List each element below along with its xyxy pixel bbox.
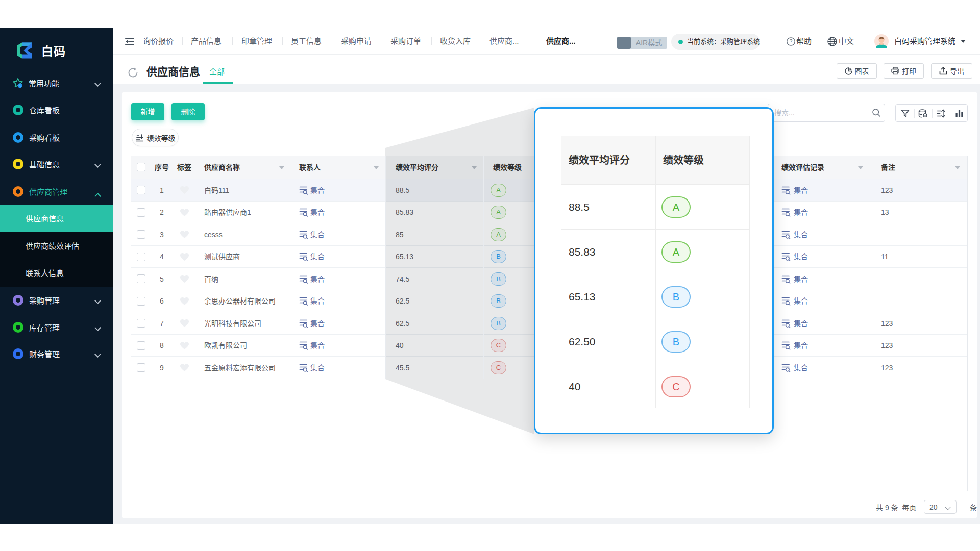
svg-text:?: ? [790, 39, 793, 44]
